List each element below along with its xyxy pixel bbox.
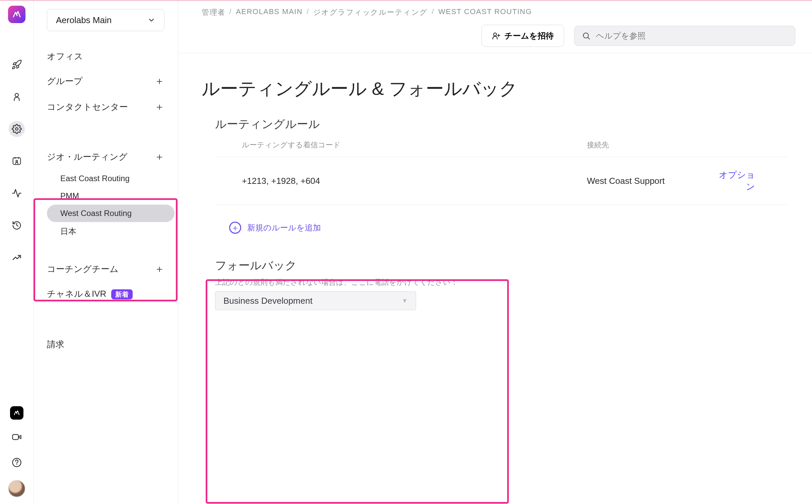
invite-team-button[interactable]: チームを招待 xyxy=(481,25,564,47)
fallback-selected-value: Business Development xyxy=(223,296,313,306)
user-icon[interactable] xyxy=(9,89,25,105)
user-plus-icon xyxy=(492,31,500,40)
breadcrumb-separator: / xyxy=(307,7,309,17)
svg-point-8 xyxy=(493,33,496,36)
chevron-down-icon xyxy=(147,16,155,24)
breadcrumb-segment[interactable]: AEROLABS MAIN xyxy=(236,7,302,17)
geo-routing-item[interactable]: PMM xyxy=(47,187,175,205)
nav-groups[interactable]: グループ ＋ xyxy=(37,68,175,94)
plus-circle-icon: ＋ xyxy=(229,222,241,234)
nav-panel: Aerolabs Main オフィス グループ ＋ コンタクトセンター ＋ ジオ… xyxy=(33,1,178,504)
avatar[interactable] xyxy=(8,480,25,497)
page-title: ルーティングルール & フォールバック xyxy=(202,77,789,101)
calendar-person-icon[interactable] xyxy=(9,153,25,169)
help-search[interactable] xyxy=(574,26,795,46)
caret-down-icon: ▼ xyxy=(402,297,408,304)
col-dest-label: 接続先 xyxy=(587,140,714,150)
help-search-input[interactable] xyxy=(596,31,788,41)
geo-routing-children: East Coast RoutingPMMWest Coast Routing日… xyxy=(37,170,175,241)
rules-section-title: ルーティングルール xyxy=(215,117,789,132)
svg-point-0 xyxy=(15,93,18,97)
add-rule-button[interactable]: ＋ 新規のルールを追加 xyxy=(229,222,789,234)
brand-logo[interactable] xyxy=(8,6,25,23)
breadcrumb-separator: / xyxy=(432,7,434,17)
search-icon xyxy=(582,31,591,40)
video-icon[interactable] xyxy=(9,429,25,445)
svg-line-12 xyxy=(588,38,590,39)
nav-geo-routing[interactable]: ジオ・ルーティング ＋ xyxy=(37,144,175,170)
nav-channels-ivr[interactable]: チャネル＆IVR 新着 xyxy=(37,282,175,306)
breadcrumb: 管理者/AEROLABS MAIN/ジオグラフィックルーティング/WEST CO… xyxy=(202,7,795,17)
fallback-hint: 上記のどの規則も満たされない場合は、ここに電話をかけてください： xyxy=(215,277,789,287)
svg-rect-4 xyxy=(12,435,18,440)
help-icon[interactable] xyxy=(9,454,25,471)
fallback-section: フォールバック 上記のどの規則も満たされない場合は、ここに電話をかけてください：… xyxy=(215,258,789,310)
rule-option-link[interactable]: オプション xyxy=(719,170,755,192)
main: 管理者/AEROLABS MAIN/ジオグラフィックルーティング/WEST CO… xyxy=(178,1,812,504)
svg-point-1 xyxy=(15,128,18,130)
svg-point-11 xyxy=(583,33,588,38)
breadcrumb-separator: / xyxy=(229,7,232,17)
svg-point-3 xyxy=(16,160,17,162)
rocket-icon[interactable] xyxy=(9,57,25,73)
nav-offices[interactable]: オフィス xyxy=(37,45,175,68)
icon-rail xyxy=(0,1,33,504)
workspace-name: Aerolabs Main xyxy=(56,15,112,25)
fallback-title: フォールバック xyxy=(215,258,789,273)
nav-coaching[interactable]: コーチングチーム ＋ xyxy=(37,256,175,282)
rule-row: +1213, +1928, +604West Coast Supportオプショ… xyxy=(215,157,789,205)
mini-brand-icon[interactable] xyxy=(10,406,23,420)
nav-billing[interactable]: 請求 xyxy=(37,333,175,356)
fallback-select[interactable]: Business Development ▼ xyxy=(215,291,416,310)
breadcrumb-segment[interactable]: ジオグラフィックルーティング xyxy=(313,7,428,17)
rules-table-head: ルーティングする着信コード 接続先 xyxy=(215,140,789,157)
geo-routing-item[interactable]: West Coast Routing xyxy=(47,205,175,222)
rule-dest: West Coast Support xyxy=(587,176,714,186)
nav-contact-center[interactable]: コンタクトセンター ＋ xyxy=(37,94,175,120)
breadcrumb-segment[interactable]: WEST COAST ROUTING xyxy=(438,7,532,17)
topbar: 管理者/AEROLABS MAIN/ジオグラフィックルーティング/WEST CO… xyxy=(178,1,812,53)
rule-codes: +1213, +1928, +604 xyxy=(242,176,587,186)
settings-icon[interactable] xyxy=(9,121,25,137)
plus-icon[interactable]: ＋ xyxy=(154,150,164,164)
plus-icon[interactable]: ＋ xyxy=(154,262,164,276)
trending-icon[interactable] xyxy=(9,249,25,266)
col-codes-label: ルーティングする着信コード xyxy=(242,140,587,150)
plus-icon[interactable]: ＋ xyxy=(154,100,164,114)
breadcrumb-segment[interactable]: 管理者 xyxy=(202,7,225,17)
workspace-select[interactable]: Aerolabs Main xyxy=(47,9,164,31)
geo-routing-item[interactable]: 日本 xyxy=(47,222,175,241)
geo-routing-item[interactable]: East Coast Routing xyxy=(47,170,175,187)
new-badge: 新着 xyxy=(111,289,133,299)
svg-rect-2 xyxy=(13,158,20,164)
history-icon[interactable] xyxy=(9,217,25,233)
content: ルーティングルール & フォールバック ルーティングルール ルーティングする着信… xyxy=(178,53,812,310)
plus-icon[interactable]: ＋ xyxy=(154,74,164,88)
activity-icon[interactable] xyxy=(9,185,25,201)
